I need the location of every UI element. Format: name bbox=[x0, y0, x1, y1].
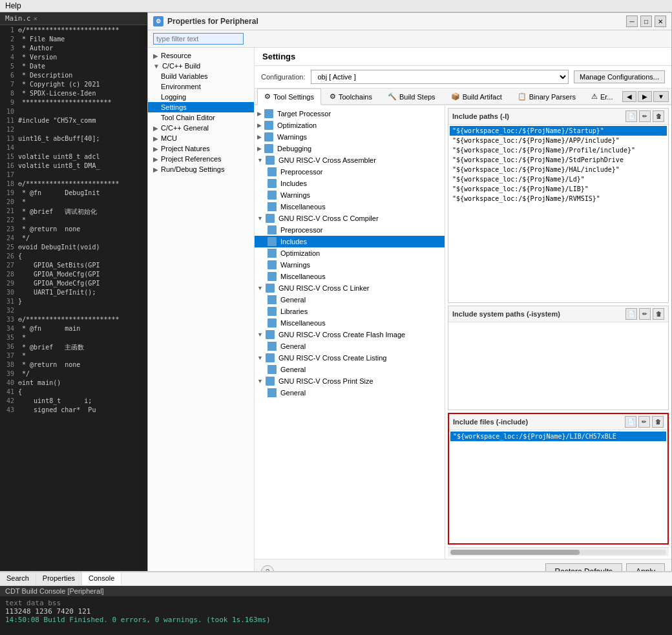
tree-item[interactable]: ▶ Run/Debug Settings bbox=[148, 164, 254, 174]
tool-tree-item[interactable]: ▼ GNU RISC-V Cross C Linker bbox=[255, 282, 445, 294]
help-menu[interactable]: Help bbox=[5, 1, 21, 10]
tool-tree-item[interactable]: ▶ Optimization bbox=[255, 120, 445, 131]
tool-tree-item[interactable]: ▼ GNU RISC-V Cross Assembler bbox=[255, 154, 445, 166]
tool-tree-item[interactable]: Miscellaneous bbox=[255, 271, 445, 282]
tree-item[interactable]: ▶ MCU bbox=[148, 133, 254, 143]
tab-build-steps[interactable]: 🔨Build Steps bbox=[381, 88, 443, 104]
remove-system-path-button[interactable]: 🗑 bbox=[653, 308, 664, 320]
bottom-tab-search[interactable]: Search bbox=[0, 572, 36, 585]
tree-item[interactable]: Build Variables bbox=[148, 71, 254, 81]
tool-tree-item[interactable]: Warnings bbox=[255, 259, 445, 271]
edit-path-button[interactable]: ✏ bbox=[639, 110, 651, 122]
tool-tree-item[interactable]: ▶ Target Processor bbox=[255, 108, 445, 120]
dialog-controls[interactable]: ─ □ ✕ bbox=[626, 16, 666, 27]
add-path-button[interactable]: 📄 bbox=[625, 110, 637, 122]
tab-back-button[interactable]: ◀ bbox=[622, 91, 636, 102]
close-icon[interactable]: ✕ bbox=[34, 15, 37, 22]
tool-tree-item[interactable]: Optimization bbox=[255, 247, 445, 259]
maximize-button[interactable]: □ bbox=[640, 16, 652, 27]
include-path-item[interactable]: "${workspace_loc:/${ProjName}/Profile/in… bbox=[450, 145, 667, 155]
tree-item[interactable]: ▶ Resource bbox=[148, 50, 254, 61]
tool-tree-item[interactable]: General bbox=[255, 340, 445, 352]
restore-defaults-button[interactable]: Restore Defaults bbox=[545, 563, 622, 571]
tool-tree-item[interactable]: Preprocessor bbox=[255, 166, 445, 178]
code-line: 29 GPIOA_ModeCfg(GPI bbox=[0, 280, 147, 289]
tree-item[interactable]: Logging bbox=[148, 92, 254, 102]
include-path-item[interactable]: "${workspace_loc:/${ProjName}/RVMSIS}" bbox=[450, 194, 667, 203]
config-label: Configuration: bbox=[261, 73, 306, 81]
add-system-path-button[interactable]: 📄 bbox=[625, 308, 637, 320]
code-line: 30 UART1_DefInit(); bbox=[0, 289, 147, 298]
tab-label: Tool Settings bbox=[273, 93, 314, 101]
tree-item[interactable]: Settings bbox=[148, 102, 254, 112]
tab-toolchains[interactable]: ⚙Toolchains bbox=[322, 88, 379, 104]
remove-path-button[interactable]: 🗑 bbox=[653, 110, 664, 122]
include-path-item[interactable]: "${workspace_loc:/${ProjName}/Ld}" bbox=[450, 174, 667, 184]
tab-build-artifact[interactable]: 📦Build Artifact bbox=[444, 88, 509, 104]
edit-system-path-button[interactable]: ✏ bbox=[639, 308, 651, 320]
include-file-item[interactable]: "${workspace_loc:/${ProjName}/LIB/CH57xB… bbox=[450, 432, 666, 441]
help-icon[interactable]: ? bbox=[261, 565, 274, 571]
code-line: 4 * Version bbox=[0, 54, 147, 63]
tool-tree-item[interactable]: ▼ GNU RISC-V Cross Print Size bbox=[255, 375, 445, 387]
tree-item[interactable]: ▼ C/C++ Build bbox=[148, 61, 254, 71]
dialog-titlebar: ⚙ Properties for Peripheral ─ □ ✕ bbox=[148, 13, 671, 30]
code-line: 5 * Date bbox=[0, 63, 147, 72]
edit-file-button[interactable]: ✏ bbox=[638, 416, 650, 428]
tree-item[interactable]: Environment bbox=[148, 81, 254, 92]
tool-tree-item[interactable]: General bbox=[255, 364, 445, 375]
tree-item[interactable]: ▶ C/C++ General bbox=[148, 123, 254, 133]
tab-menu-button[interactable]: ▼ bbox=[653, 91, 669, 102]
tool-tree-item[interactable]: ▼ GNU RISC-V Cross C Compiler bbox=[255, 213, 445, 224]
editor-tab[interactable]: Main.c ✕ bbox=[0, 12, 147, 25]
tree-item[interactable]: Tool Chain Editor bbox=[148, 112, 254, 123]
include-files-list: "${workspace_loc:/${ProjName}/LIB/CH57xB… bbox=[449, 430, 667, 469]
include-path-item[interactable]: "${workspace_loc:/${ProjName}/StdPeriphD… bbox=[450, 155, 667, 165]
include-path-item[interactable]: "${workspace_loc:/${ProjName}/HAL/includ… bbox=[450, 165, 667, 174]
code-line: 32 bbox=[0, 307, 147, 316]
remove-file-button[interactable]: 🗑 bbox=[652, 416, 664, 428]
tool-tree-item[interactable]: Warnings bbox=[255, 189, 445, 201]
scroll-track[interactable] bbox=[450, 550, 666, 555]
include-path-item[interactable]: "${workspace_loc:/${ProjName}/APP/includ… bbox=[450, 136, 667, 145]
tool-icon bbox=[264, 109, 273, 118]
tree-item[interactable]: ▶ Project References bbox=[148, 154, 254, 164]
tool-tree-item[interactable]: Includes bbox=[255, 236, 445, 247]
manage-configurations-button[interactable]: Manage Configurations... bbox=[574, 70, 665, 83]
include-system-icons: 📄 ✏ 🗑 bbox=[625, 308, 664, 320]
minimize-button[interactable]: ─ bbox=[626, 16, 638, 27]
tool-tree-item[interactable]: Preprocessor bbox=[255, 224, 445, 236]
tool-tree-item[interactable]: Miscellaneous bbox=[255, 317, 445, 329]
filter-input[interactable] bbox=[153, 33, 244, 45]
bottom-tabs: SearchPropertiesConsole bbox=[0, 572, 672, 586]
tree-item[interactable]: ▶ Project Natures bbox=[148, 143, 254, 154]
config-select[interactable]: obj [ Active ] bbox=[311, 70, 569, 84]
tool-tree-item[interactable]: ▼ GNU RISC-V Cross Create Flash Image bbox=[255, 329, 445, 340]
content-area: ▶ Target Processor▶ Optimization▶ Warnin… bbox=[255, 105, 671, 559]
close-button[interactable]: ✕ bbox=[655, 16, 666, 27]
include-path-item[interactable]: "${workspace_loc:/${ProjName}/Startup}" bbox=[450, 126, 667, 136]
tab-tool-settings[interactable]: ⚙Tool Settings bbox=[257, 88, 321, 105]
tab-binary-parsers[interactable]: 📋Binary Parsers bbox=[510, 88, 583, 104]
tool-tree-item[interactable]: Includes bbox=[255, 178, 445, 189]
apply-button[interactable]: Apply bbox=[626, 563, 665, 571]
include-path-item[interactable]: "${workspace_loc:/${ProjName}/LIB}" bbox=[450, 184, 667, 194]
bottom-tab-console[interactable]: Console bbox=[82, 572, 121, 585]
tool-item-label: Target Processor bbox=[277, 110, 331, 118]
tool-tree-item[interactable]: General bbox=[255, 294, 445, 306]
add-file-button[interactable]: 📄 bbox=[625, 416, 636, 428]
tool-tree-item[interactable]: ▶ Warnings bbox=[255, 131, 445, 143]
tab-er...[interactable]: ⚠Er... bbox=[584, 88, 620, 104]
tool-tree-item[interactable]: Libraries bbox=[255, 306, 445, 317]
tool-tree-item[interactable]: ▶ Debugging bbox=[255, 143, 445, 154]
tool-tree-item[interactable]: Miscellaneous bbox=[255, 201, 445, 213]
tool-tree-item[interactable]: General bbox=[255, 387, 445, 399]
scroll-thumb[interactable] bbox=[450, 550, 580, 555]
tool-icon bbox=[266, 353, 275, 362]
horizontal-scrollbar[interactable] bbox=[448, 547, 669, 556]
code-line: 40⊖int main() bbox=[0, 379, 147, 388]
filter-row bbox=[148, 30, 671, 48]
bottom-tab-properties[interactable]: Properties bbox=[36, 572, 82, 585]
tool-tree-item[interactable]: ▼ GNU RISC-V Cross Create Listing bbox=[255, 352, 445, 364]
tab-forward-button[interactable]: ▶ bbox=[638, 91, 652, 102]
